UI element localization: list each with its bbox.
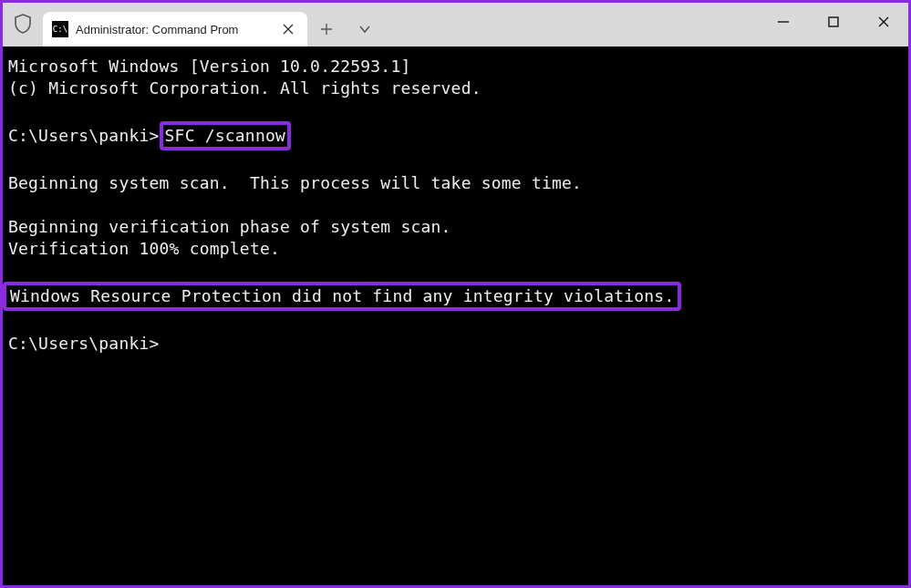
terminal-line: Beginning verification phase of system s… (8, 216, 903, 238)
cmd-icon: C:\ (52, 21, 68, 37)
terminal-line: Microsoft Windows [Version 10.0.22593.1] (8, 56, 903, 77)
terminal-line (8, 311, 903, 333)
terminal-line (8, 150, 903, 172)
prompt-path: C:\Users\panki> (8, 126, 160, 145)
highlight-result: Windows Resource Protection did not find… (3, 282, 681, 311)
tab-active[interactable]: C:\ Administrator: Command Prom (43, 12, 307, 46)
terminal-line: Beginning system scan. This process will… (8, 172, 903, 194)
terminal-prompt-line: C:\Users\panki>SFC /scannow (8, 121, 903, 150)
terminal-line (8, 194, 903, 216)
terminal-line: Verification 100% complete. (8, 238, 903, 260)
terminal-line (8, 260, 903, 282)
terminal-line: (c) Microsoft Corporation. All rights re… (8, 77, 903, 99)
tab-close-button[interactable] (278, 19, 298, 39)
terminal-prompt-line: C:\Users\panki> (8, 333, 903, 355)
tab-title: Administrator: Command Prom (76, 23, 271, 36)
terminal-line (8, 99, 903, 121)
terminal-window: C:\ Administrator: Command Prom (3, 3, 908, 585)
svg-rect-0 (829, 17, 838, 26)
new-tab-button[interactable] (307, 12, 346, 46)
terminal-result-line: Windows Resource Protection did not find… (8, 282, 903, 311)
minimize-button[interactable] (758, 3, 808, 41)
window-controls (758, 3, 908, 41)
terminal-body[interactable]: Microsoft Windows [Version 10.0.22593.1]… (3, 46, 908, 585)
titlebar: C:\ Administrator: Command Prom (3, 3, 908, 46)
tab-actions (307, 12, 384, 46)
highlight-command: SFC /scannow (160, 121, 291, 150)
close-button[interactable] (858, 3, 908, 41)
shield-icon (3, 14, 43, 46)
maximize-button[interactable] (808, 3, 858, 41)
tab-dropdown-button[interactable] (346, 12, 384, 46)
